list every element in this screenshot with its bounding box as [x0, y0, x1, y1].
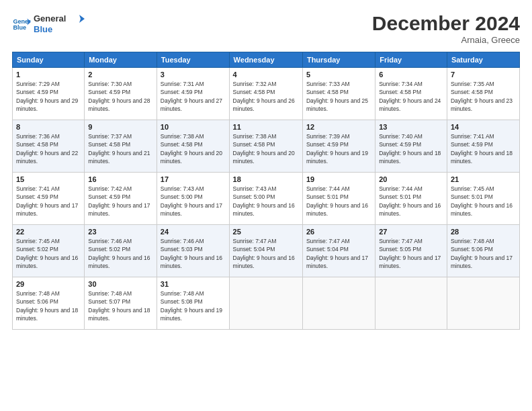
day-number: 30	[88, 280, 153, 288]
day-info: Sunrise: 7:30 AMSunset: 4:59 PMDaylight:…	[88, 81, 150, 112]
table-row: 28Sunrise: 7:48 AMSunset: 5:06 PMDayligh…	[447, 225, 519, 277]
day-info: Sunrise: 7:45 AMSunset: 5:01 PMDaylight:…	[451, 185, 513, 217]
week-row-3: 15Sunrise: 7:41 AMSunset: 4:59 PMDayligh…	[13, 173, 520, 225]
day-info: Sunrise: 7:29 AMSunset: 4:59 PMDaylight:…	[16, 81, 78, 112]
table-row: 20Sunrise: 7:44 AMSunset: 5:01 PMDayligh…	[375, 173, 447, 225]
table-row: 16Sunrise: 7:42 AMSunset: 4:59 PMDayligh…	[85, 173, 157, 225]
table-row: 8Sunrise: 7:36 AMSunset: 4:58 PMDaylight…	[13, 120, 85, 173]
table-row: 17Sunrise: 7:43 AMSunset: 5:00 PMDayligh…	[157, 173, 229, 225]
header-monday: Monday	[85, 52, 157, 68]
title-section: December 2024 Arnaia, Greece	[372, 12, 520, 45]
table-row: 24Sunrise: 7:46 AMSunset: 5:03 PMDayligh…	[157, 225, 229, 277]
day-number: 14	[451, 123, 516, 131]
day-number: 27	[379, 228, 443, 236]
table-row: 14Sunrise: 7:41 AMSunset: 4:59 PMDayligh…	[447, 120, 519, 173]
table-row: 23Sunrise: 7:46 AMSunset: 5:02 PMDayligh…	[85, 225, 157, 277]
day-number: 31	[161, 280, 226, 288]
table-row: 4Sunrise: 7:32 AMSunset: 4:58 PMDaylight…	[229, 68, 302, 120]
table-row: 3Sunrise: 7:31 AMSunset: 4:59 PMDaylight…	[157, 68, 229, 120]
table-row: 15Sunrise: 7:41 AMSunset: 4:59 PMDayligh…	[13, 173, 85, 225]
day-info: Sunrise: 7:38 AMSunset: 4:58 PMDaylight:…	[233, 133, 295, 165]
header-wednesday: Wednesday	[229, 52, 302, 68]
day-info: Sunrise: 7:35 AMSunset: 4:58 PMDaylight:…	[451, 81, 513, 112]
day-number: 22	[16, 228, 81, 236]
day-info: Sunrise: 7:32 AMSunset: 4:58 PMDaylight:…	[233, 81, 295, 112]
month-title: December 2024	[372, 12, 520, 35]
day-info: Sunrise: 7:46 AMSunset: 5:02 PMDaylight:…	[88, 238, 150, 269]
day-number: 12	[306, 123, 371, 131]
week-row-5: 29Sunrise: 7:48 AMSunset: 5:06 PMDayligh…	[13, 277, 520, 330]
day-info: Sunrise: 7:40 AMSunset: 4:59 PMDaylight:…	[379, 133, 441, 165]
svg-marker-4	[79, 15, 85, 23]
day-number: 20	[379, 175, 443, 183]
day-number: 29	[16, 280, 81, 288]
day-info: Sunrise: 7:44 AMSunset: 5:01 PMDaylight:…	[379, 185, 441, 217]
day-number: 5	[306, 71, 371, 79]
location: Arnaia, Greece	[372, 35, 520, 45]
logo-svg: General Blue	[34, 12, 87, 36]
day-info: Sunrise: 7:48 AMSunset: 5:06 PMDaylight:…	[16, 290, 78, 322]
table-row: 2Sunrise: 7:30 AMSunset: 4:59 PMDaylight…	[85, 68, 157, 120]
table-row	[375, 277, 447, 330]
table-row: 12Sunrise: 7:39 AMSunset: 4:59 PMDayligh…	[302, 120, 375, 173]
header-saturday: Saturday	[447, 52, 519, 68]
day-info: Sunrise: 7:48 AMSunset: 5:06 PMDaylight:…	[451, 238, 513, 269]
day-number: 28	[451, 228, 516, 236]
svg-text:Blue: Blue	[34, 24, 52, 34]
week-row-2: 8Sunrise: 7:36 AMSunset: 4:58 PMDaylight…	[13, 120, 520, 173]
day-number: 4	[233, 71, 299, 79]
table-row: 13Sunrise: 7:40 AMSunset: 4:59 PMDayligh…	[375, 120, 447, 173]
table-row: 22Sunrise: 7:45 AMSunset: 5:02 PMDayligh…	[13, 225, 85, 277]
svg-text:Blue: Blue	[13, 24, 26, 31]
table-row: 7Sunrise: 7:35 AMSunset: 4:58 PMDaylight…	[447, 68, 519, 120]
table-row: 25Sunrise: 7:47 AMSunset: 5:04 PMDayligh…	[229, 225, 302, 277]
day-info: Sunrise: 7:42 AMSunset: 4:59 PMDaylight:…	[88, 185, 150, 217]
day-info: Sunrise: 7:41 AMSunset: 4:59 PMDaylight:…	[451, 133, 513, 165]
table-row: 18Sunrise: 7:43 AMSunset: 5:00 PMDayligh…	[229, 173, 302, 225]
table-row: 30Sunrise: 7:48 AMSunset: 5:07 PMDayligh…	[85, 277, 157, 330]
day-number: 10	[161, 123, 226, 131]
table-row: 27Sunrise: 7:47 AMSunset: 5:05 PMDayligh…	[375, 225, 447, 277]
day-info: Sunrise: 7:48 AMSunset: 5:07 PMDaylight:…	[88, 290, 150, 322]
day-number: 1	[16, 71, 81, 79]
table-row	[302, 277, 375, 330]
day-info: Sunrise: 7:46 AMSunset: 5:03 PMDaylight:…	[161, 238, 222, 269]
table-row: 21Sunrise: 7:45 AMSunset: 5:01 PMDayligh…	[447, 173, 519, 225]
day-number: 26	[306, 228, 371, 236]
calendar-header-row: Sunday Monday Tuesday Wednesday Thursday…	[13, 52, 520, 68]
table-row: 29Sunrise: 7:48 AMSunset: 5:06 PMDayligh…	[13, 277, 85, 330]
week-row-1: 1Sunrise: 7:29 AMSunset: 4:59 PMDaylight…	[13, 68, 520, 120]
table-row: 19Sunrise: 7:44 AMSunset: 5:01 PMDayligh…	[302, 173, 375, 225]
table-row: 1Sunrise: 7:29 AMSunset: 4:59 PMDaylight…	[13, 68, 85, 120]
day-number: 2	[88, 71, 153, 79]
table-row	[447, 277, 519, 330]
table-row: 11Sunrise: 7:38 AMSunset: 4:58 PMDayligh…	[229, 120, 302, 173]
header-thursday: Thursday	[302, 52, 375, 68]
day-info: Sunrise: 7:36 AMSunset: 4:58 PMDaylight:…	[16, 133, 78, 165]
day-number: 6	[379, 71, 443, 79]
day-number: 8	[16, 123, 81, 131]
day-number: 18	[233, 175, 299, 183]
day-number: 9	[88, 123, 153, 131]
table-row: 26Sunrise: 7:47 AMSunset: 5:04 PMDayligh…	[302, 225, 375, 277]
header-friday: Friday	[375, 52, 447, 68]
table-row: 31Sunrise: 7:48 AMSunset: 5:08 PMDayligh…	[157, 277, 229, 330]
day-info: Sunrise: 7:43 AMSunset: 5:00 PMDaylight:…	[161, 185, 222, 217]
table-row: 10Sunrise: 7:38 AMSunset: 4:58 PMDayligh…	[157, 120, 229, 173]
day-number: 24	[161, 228, 226, 236]
table-row	[229, 277, 302, 330]
logo: General Blue General Blue	[12, 12, 87, 36]
logo-icon: General Blue	[12, 15, 31, 34]
header-tuesday: Tuesday	[157, 52, 229, 68]
day-info: Sunrise: 7:41 AMSunset: 4:59 PMDaylight:…	[16, 185, 78, 217]
svg-text:General: General	[34, 13, 66, 24]
day-number: 13	[379, 123, 443, 131]
day-number: 7	[451, 71, 516, 79]
day-info: Sunrise: 7:33 AMSunset: 4:58 PMDaylight:…	[306, 81, 368, 112]
day-info: Sunrise: 7:44 AMSunset: 5:01 PMDaylight:…	[306, 185, 368, 217]
table-row: 5Sunrise: 7:33 AMSunset: 4:58 PMDaylight…	[302, 68, 375, 120]
day-info: Sunrise: 7:39 AMSunset: 4:59 PMDaylight:…	[306, 133, 368, 165]
table-row: 6Sunrise: 7:34 AMSunset: 4:58 PMDaylight…	[375, 68, 447, 120]
table-row: 9Sunrise: 7:37 AMSunset: 4:58 PMDaylight…	[85, 120, 157, 173]
day-info: Sunrise: 7:38 AMSunset: 4:58 PMDaylight:…	[161, 133, 222, 165]
